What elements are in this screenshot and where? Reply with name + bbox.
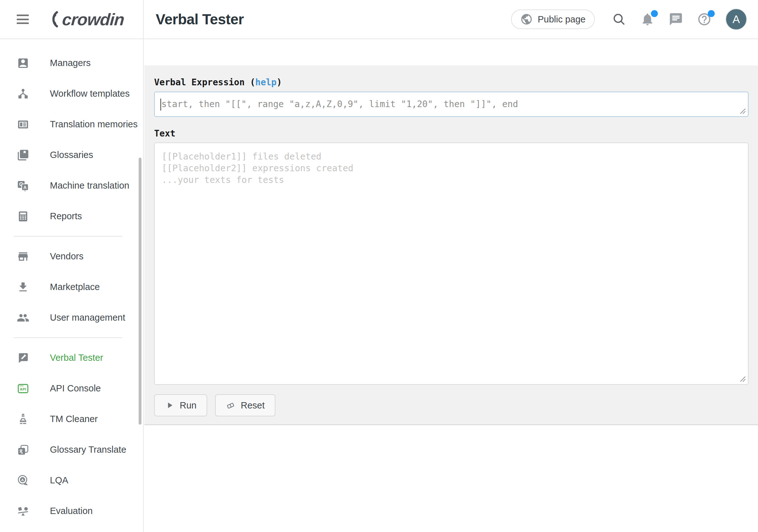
reset-button[interactable]: Reset — [215, 394, 275, 416]
workflow-icon — [17, 88, 29, 100]
translate-cards-icon: A — [17, 443, 29, 456]
help-badge — [708, 10, 715, 17]
crowdin-swirl-icon — [40, 10, 60, 29]
sidebar-item-label: Glossary Translate — [50, 444, 126, 455]
menu-icon[interactable] — [17, 15, 29, 24]
svg-text:A: A — [21, 451, 23, 455]
expression-input[interactable] — [154, 91, 748, 117]
help-icon[interactable] — [697, 12, 711, 26]
avatar[interactable]: A — [725, 9, 747, 30]
app-window: crowdin Managers Workflow templates — [0, 0, 758, 532]
reset-button-label: Reset — [241, 400, 265, 411]
sidebar-item-marketplace[interactable]: Marketplace — [0, 272, 143, 302]
run-button-label: Run — [180, 400, 196, 411]
help-link[interactable]: help — [255, 77, 276, 88]
sidebar-item-translation-memories[interactable]: Translation memories — [0, 109, 143, 140]
eraser-icon — [226, 401, 235, 410]
search-icon[interactable] — [612, 12, 626, 26]
sidebar-item-label: Vendors — [50, 251, 84, 262]
bell-icon[interactable] — [640, 12, 655, 26]
sidebar-item-label: Verbal Tester — [50, 353, 103, 363]
balance-icon — [17, 505, 29, 517]
sidebar-item-label: LQA — [50, 475, 68, 485]
sidebar-item-label: Marketplace — [50, 282, 100, 292]
sidebar-item-managers[interactable]: Managers — [0, 48, 143, 78]
sidebar-item-evaluation[interactable]: Evaluation — [0, 496, 143, 526]
public-page-label: Public page — [537, 14, 586, 25]
sidebar-item-label: TM Cleaner — [50, 414, 98, 424]
search-a-icon: A — [17, 474, 29, 487]
sidebar-item-glossaries[interactable]: Glossaries — [0, 140, 143, 170]
sidebar-item-user-management[interactable]: User management — [0, 302, 143, 333]
sidebar-item-label: Workflow templates — [50, 89, 130, 99]
verbal-tester-panel: Verbal Expression (help) Text Run — [144, 65, 758, 425]
sidebar-item-label: Evaluation — [50, 506, 92, 516]
sidebar-divider — [14, 337, 122, 338]
sidebar-item-vendors[interactable]: Vendors — [0, 241, 143, 272]
run-button[interactable]: Run — [154, 394, 207, 416]
sidebar-item-verbal-tester[interactable]: Verbal Tester — [0, 342, 143, 373]
api-window-icon: API — [17, 382, 29, 395]
text-label: Text — [154, 128, 748, 139]
sidebar: crowdin Managers Workflow templates — [0, 0, 144, 532]
sidebar-header: crowdin — [0, 0, 143, 39]
topbar: Verbal Tester Public page A — [144, 0, 758, 39]
sidebar-item-label: Reports — [50, 211, 82, 222]
notification-badge — [651, 10, 658, 17]
logo-text: crowdin — [62, 10, 125, 29]
storefront-icon — [17, 250, 29, 263]
sidebar-item-machine-translation[interactable]: GA Machine translation — [0, 170, 143, 201]
crowdin-logo[interactable]: crowdin — [40, 10, 124, 29]
sidebar-item-label: Glossaries — [50, 150, 93, 160]
sidebar-item-glossary-translate[interactable]: A Glossary Translate — [0, 434, 143, 465]
sidebar-item-lqa[interactable]: A LQA — [0, 465, 143, 496]
text-input[interactable] — [154, 142, 748, 385]
sidebar-item-label: API Console — [50, 383, 101, 394]
brush-icon — [17, 413, 29, 426]
expression-label: Verbal Expression (help) — [154, 65, 748, 88]
sidebar-item-label: Translation memories — [50, 119, 138, 129]
sidebar-item-label: User management — [50, 312, 125, 323]
sidebar-item-reports[interactable]: Reports — [0, 201, 143, 231]
person-card-icon — [17, 57, 29, 69]
page-title: Verbal Tester — [156, 11, 244, 28]
machine-translation-icon: GA — [17, 179, 29, 192]
button-row: Run Reset — [154, 394, 748, 416]
resize-handle-icon[interactable] — [739, 375, 746, 383]
sidebar-item-label: Machine translation — [50, 180, 129, 191]
chat-icon[interactable] — [669, 12, 683, 26]
people-icon — [17, 311, 29, 324]
calculator-icon — [17, 210, 29, 223]
resize-handle-icon[interactable] — [739, 107, 746, 115]
sidebar-item-api-console[interactable]: API API Console — [0, 373, 143, 404]
text-field-wrap — [154, 142, 748, 385]
svg-text:A: A — [21, 477, 24, 481]
sidebar-item-label: Managers — [50, 58, 91, 68]
svg-text:API: API — [20, 387, 26, 391]
expression-field-wrap — [154, 91, 748, 117]
main-content: Verbal Expression (help) Text Run — [144, 40, 758, 532]
sidebar-item-tm-cleaner[interactable]: TM Cleaner — [0, 404, 143, 434]
globe-icon — [520, 13, 533, 25]
topbar-actions: Public page A — [511, 9, 747, 30]
book-bookmark-icon — [17, 149, 29, 161]
avatar-initial: A — [733, 13, 740, 25]
svg-text:A: A — [23, 185, 26, 190]
sidebar-item-workflow-templates[interactable]: Workflow templates — [0, 78, 143, 109]
test-tube-bubble-icon — [17, 352, 29, 364]
public-page-button[interactable]: Public page — [511, 10, 595, 29]
sidebar-scrollbar[interactable] — [139, 158, 142, 425]
sidebar-nav: Managers Workflow templates Translation … — [0, 39, 143, 526]
memory-card-icon — [17, 118, 29, 131]
download-icon — [17, 281, 29, 294]
play-icon — [165, 401, 174, 410]
sidebar-divider — [14, 236, 122, 237]
